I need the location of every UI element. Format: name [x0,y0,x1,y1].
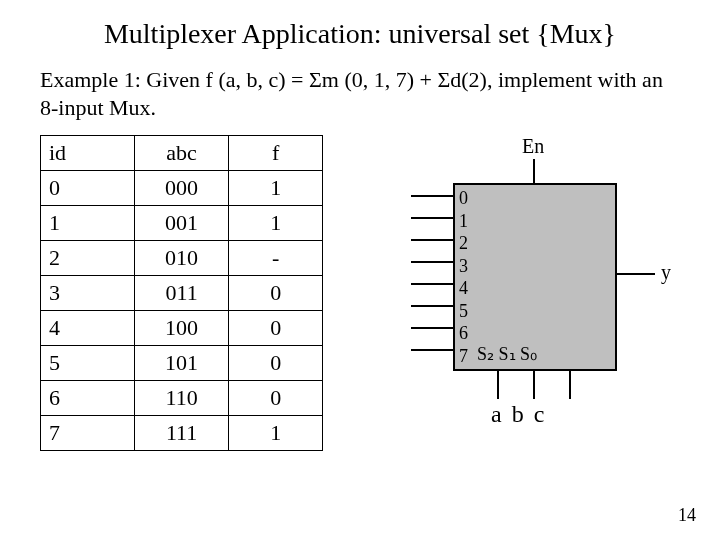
output-label: y [661,261,671,284]
header-abc: abc [134,136,228,171]
input-line [411,349,453,351]
table-row: 2010- [41,241,323,276]
select-labels: S₂ S₁ S₀ [477,343,537,366]
mux-diagram: En 0 1 2 3 4 5 6 7 S₂ S₁ S₀ [383,135,680,445]
table-row: 10011 [41,206,323,241]
table-row: 00001 [41,171,323,206]
select-signal-labels: a b c [491,401,546,428]
table-row: 51010 [41,346,323,381]
page-number: 14 [678,505,696,526]
input-line [411,283,453,285]
enable-line [533,159,535,183]
truth-table: id abc f 00001 10011 2010- 30110 41000 5… [40,135,323,451]
select-line [533,369,535,399]
input-line [411,239,453,241]
table-row: 41000 [41,311,323,346]
select-line [497,369,499,399]
input-line [411,305,453,307]
table-row: 71111 [41,416,323,451]
mux-box: 0 1 2 3 4 5 6 7 S₂ S₁ S₀ [453,183,617,371]
select-line [569,369,571,399]
output-line [615,273,655,275]
input-line [411,195,453,197]
table-row: 61100 [41,381,323,416]
mux-input-numbers: 0 1 2 3 4 5 6 7 S₂ S₁ S₀ [459,187,468,367]
input-line [411,327,453,329]
content-row: id abc f 00001 10011 2010- 30110 41000 5… [0,135,720,451]
input-line [411,217,453,219]
input-line [411,261,453,263]
table-header-row: id abc f [41,136,323,171]
header-id: id [41,136,135,171]
example-text: Example 1: Given f (a, b, c) = Σm (0, 1,… [0,60,720,135]
enable-label: En [522,135,544,158]
table-row: 30110 [41,276,323,311]
slide-title: Multiplexer Application: universal set {… [0,0,720,60]
header-f: f [229,136,323,171]
